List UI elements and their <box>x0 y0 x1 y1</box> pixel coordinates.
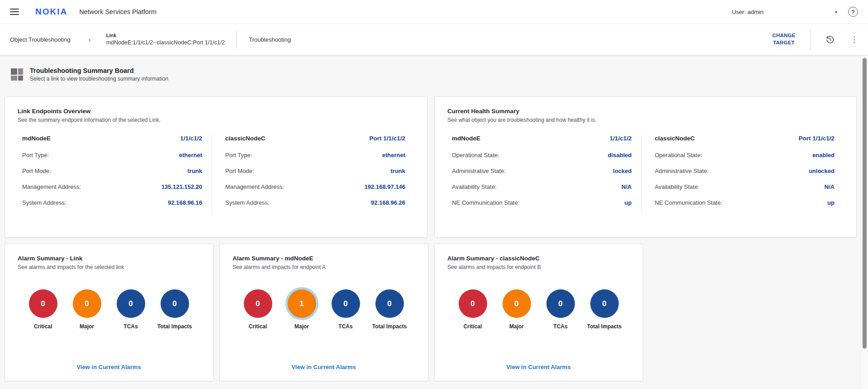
breadcrumb-divider <box>237 30 237 48</box>
major-count-circle[interactable]: 0 <box>73 289 101 318</box>
field-label: Port Type: <box>225 152 252 158</box>
alarm-summary-classicnodec-card: Alarm Summary - classicNodeC See alarms … <box>434 244 643 381</box>
tcas-count-circle[interactable]: 0 <box>332 289 360 318</box>
vertical-scrollbar[interactable]: ▲ <box>860 51 868 389</box>
field-label: Operational State: <box>452 152 499 158</box>
endpoint-port: Port 1/1/c1/2 <box>798 135 835 142</box>
major-count-circle[interactable]: 0 <box>503 289 531 318</box>
view-current-alarms-link[interactable]: View in Current Alarms <box>76 364 141 370</box>
user-menu[interactable]: User: admin ▾ <box>732 9 837 15</box>
field-label: Port Mode: <box>22 168 51 174</box>
card-title: Alarm Summary - mdNodeE <box>232 255 415 262</box>
counter-label: Total Impacts <box>157 323 192 331</box>
endpoint-a-column: mdNodeE 1/1/c1/2 Port Type:ethernet Port… <box>18 135 211 215</box>
endpoint-name: mdNodeE <box>452 135 480 142</box>
field-value: 192.168.97.146 <box>365 183 405 190</box>
card-title: Link Endpoints Overview <box>18 108 414 115</box>
card-subtitle: See what object you are troubleshooting … <box>447 117 844 123</box>
field-label: Availability State: <box>655 183 700 190</box>
major-counter: 0 Major <box>498 289 535 331</box>
change-target-button[interactable]: CHANGE TARGET <box>769 32 798 46</box>
field-label: Administrative State: <box>655 168 709 174</box>
dashboard-icon <box>11 68 23 81</box>
endpoint-port: Port 1/1/c1/2 <box>369 135 405 142</box>
endpoint-name: mdNodeE <box>22 135 51 142</box>
field-value: trunk <box>188 168 203 174</box>
field-label: Management Address: <box>225 183 284 190</box>
counter-label: TCAs <box>553 323 567 331</box>
more-options-icon[interactable]: ⋮ <box>850 35 858 44</box>
breadcrumb-target-name: mdNodeE:1/1/c1/2--classicNodeC:Port 1/1/… <box>106 39 225 47</box>
field-value: trunk <box>391 168 406 174</box>
counter-label: Critical <box>464 323 482 331</box>
endpoint-port: 1/1/c1/2 <box>610 135 632 142</box>
total-impacts-counter: 0 Total Impacts <box>586 289 622 331</box>
alarm-summary-mdnodee-card: Alarm Summary - mdNodeE See alarms and i… <box>219 244 428 381</box>
field-value: up <box>625 199 632 206</box>
tcas-count-circle[interactable]: 0 <box>117 289 145 318</box>
field-value: ethernet <box>179 152 202 158</box>
nokia-logo: NOKIA <box>35 7 67 16</box>
troubleshooting-summary-page: Troubleshooting Summary Board Select a l… <box>0 55 868 381</box>
card-subtitle: See alarms and impacts for endpoint A <box>232 264 415 270</box>
counter-label: TCAs <box>338 323 352 331</box>
scrollbar-thumb[interactable] <box>863 58 867 349</box>
help-icon[interactable]: ? <box>848 7 858 17</box>
breadcrumb-root[interactable]: Object Troubleshooting <box>10 36 71 43</box>
field-value: locked <box>613 168 631 174</box>
view-current-alarms-link[interactable]: View in Current Alarms <box>506 364 570 370</box>
critical-counter: 0 Critical <box>240 289 276 331</box>
field-label: Port Mode: <box>225 168 254 174</box>
field-value: up <box>827 199 835 206</box>
tcas-counter: 0 TCAs <box>327 289 364 331</box>
critical-count-circle[interactable]: 0 <box>459 289 487 318</box>
field-label: System Address: <box>22 199 66 206</box>
field-value: unlocked <box>809 168 835 174</box>
breadcrumb: Object Troubleshooting › Link mdNodeE:1/… <box>0 24 868 55</box>
hamburger-menu-icon[interactable] <box>10 9 19 15</box>
page-subtitle: Select a link to view troubleshooting su… <box>30 76 168 82</box>
major-count-circle-selected[interactable]: 1 <box>288 289 316 318</box>
field-label: Management Address: <box>22 183 81 190</box>
total-impacts-count-circle[interactable]: 0 <box>161 289 189 318</box>
field-value: 135.121.152.20 <box>161 183 202 190</box>
toolbar-divider <box>810 29 811 50</box>
field-label: Administrative State: <box>452 168 506 174</box>
counter-label: Major <box>80 323 94 331</box>
field-label: NE Communication State: <box>655 199 723 206</box>
link-endpoints-overview-card: Link Endpoints Overview See the summary … <box>5 96 427 238</box>
total-impacts-counter: 0 Total Impacts <box>157 289 193 331</box>
total-impacts-count-circle[interactable]: 0 <box>375 289 404 318</box>
breadcrumb-current: Troubleshooting <box>249 36 291 43</box>
field-label: Port Type: <box>22 152 49 158</box>
endpoint-b-column: classicNodeC Port 1/1/c1/2 Port Type:eth… <box>211 135 414 215</box>
card-title: Alarm Summary - classicNodeC <box>447 255 630 262</box>
critical-counter: 0 Critical <box>25 289 61 331</box>
top-app-bar: NOKIA Network Services Platform User: ad… <box>0 0 868 24</box>
critical-count-circle[interactable]: 0 <box>244 289 272 318</box>
card-subtitle: See alarms and impacts for the selected … <box>18 264 200 270</box>
field-value: enabled <box>812 152 835 158</box>
card-subtitle: See the summary endpoint information of … <box>18 117 414 123</box>
critical-count-circle[interactable]: 0 <box>29 289 57 318</box>
counter-label: Critical <box>34 323 52 331</box>
breadcrumb-target[interactable]: Link mdNodeE:1/1/c1/2--classicNodeC:Port… <box>106 32 225 47</box>
endpoint-name: classicNodeC <box>655 135 695 142</box>
counter-label: Major <box>509 323 524 331</box>
health-endpoint-b-column: classicNodeC Port 1/1/c1/2 Operational S… <box>641 135 844 215</box>
user-label: User: admin <box>732 9 764 15</box>
view-current-alarms-link[interactable]: View in Current Alarms <box>291 364 356 370</box>
counter-label: Critical <box>249 323 267 331</box>
history-icon[interactable] <box>822 32 838 47</box>
tcas-count-circle[interactable]: 0 <box>546 289 575 318</box>
total-impacts-counter: 0 Total Impacts <box>371 289 408 331</box>
field-label: System Address: <box>225 199 270 206</box>
counter-label: Total Impacts <box>372 323 407 331</box>
field-label: NE Communication State: <box>452 199 520 206</box>
total-impacts-count-circle[interactable]: 0 <box>590 289 619 318</box>
field-label: Availability State: <box>452 183 497 190</box>
alarm-summary-link-card: Alarm Summary - Link See alarms and impa… <box>5 244 213 381</box>
endpoint-name: classicNodeC <box>225 135 266 142</box>
field-label: Operational State: <box>655 152 702 158</box>
major-counter: 1 Major <box>284 289 320 331</box>
